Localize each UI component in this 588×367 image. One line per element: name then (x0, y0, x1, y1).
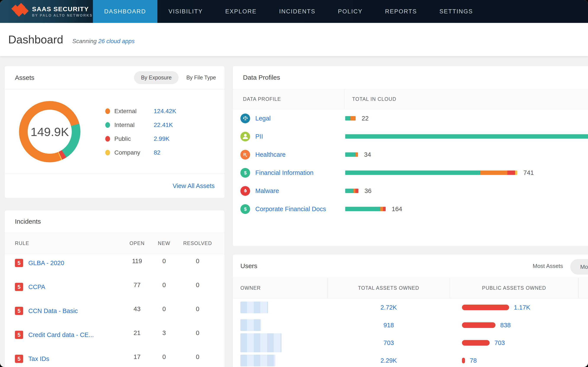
legend-value-link[interactable]: 22.41K (154, 122, 173, 128)
rule-cell: 5Tax IDs (15, 355, 124, 363)
public-assets-bar (462, 340, 490, 346)
data-profile-link[interactable]: Corporate Financial Docs (255, 206, 326, 213)
col-total-in-cloud: TOTAL IN CLOUD (344, 89, 396, 109)
rule-cell: 5GLBA - 2020 (15, 259, 124, 267)
tab-dashboard[interactable]: DASHBOARD (93, 0, 157, 23)
svg-text:$: $ (244, 170, 247, 175)
data-profiles-rows: Legal22PIIRxHealthcare34$Financial Infor… (233, 109, 588, 218)
data-profile-link[interactable]: Legal (255, 115, 271, 122)
total-in-cloud-bar (345, 207, 386, 211)
data-profile-link[interactable]: PII (255, 133, 263, 140)
rule-cell: 5CCPA (15, 283, 124, 291)
total-assets-owned-link[interactable]: 2.29K (328, 357, 450, 364)
orange-bar-segment (356, 152, 358, 157)
tab-incidents[interactable]: INCIDENTS (268, 0, 327, 23)
red-bar-segment (355, 189, 358, 193)
users-card: Users Most Assets Most OWNER TOTAL ASSET… (232, 254, 588, 367)
brand-title: SAAS SECURITY (32, 5, 93, 13)
legend-row: Public2.99K (105, 132, 176, 146)
tab-visibility[interactable]: VISIBILITY (157, 0, 214, 23)
legend-row: Internal22.41K (105, 118, 176, 132)
teal-bar-segment (345, 152, 356, 157)
open-count: 21 (124, 329, 150, 337)
legend-label: Public (114, 135, 154, 142)
incident-row: 5Tax IDs1700 (5, 350, 225, 367)
open-count: 77 (124, 282, 150, 289)
legend-value-link[interactable]: 124.42K (154, 108, 176, 115)
open-count: 43 (124, 306, 150, 313)
owner-name-blurred (240, 319, 261, 331)
public-assets-bar (462, 322, 495, 328)
incident-rule-link[interactable]: CCN Data - Basic (28, 308, 78, 315)
severity-badge: 5 (15, 331, 23, 339)
user-row: 918838 (233, 316, 588, 334)
sort-most-assets[interactable]: Most Assets (533, 263, 563, 269)
incident-rule-link[interactable]: Credit Card data - CE... (28, 331, 94, 339)
orange-dot-icon (105, 108, 110, 114)
legend-row: Company82 (105, 146, 176, 159)
brand-subtitle: BY PALO ALTO NETWORKS (32, 14, 93, 17)
teal-bar-segment (345, 171, 480, 175)
teal-bar-segment (345, 134, 588, 139)
data-profile-link[interactable]: Malware (255, 187, 279, 194)
view-all-assets-link[interactable]: View All Assets (173, 183, 215, 190)
total-in-cloud-bar (345, 171, 517, 175)
incident-rule-link[interactable]: GLBA - 2020 (28, 259, 64, 267)
red-bar-segment (383, 207, 386, 211)
cloud-apps-link[interactable]: 26 cloud apps (98, 38, 135, 44)
scanning-status: Scanning 26 cloud apps (72, 38, 134, 45)
incidents-rows: 5GLBA - 2020119005CCPA77005CCN Data - Ba… (5, 254, 225, 367)
incident-rule-link[interactable]: CCPA (28, 284, 45, 291)
incident-rule-link[interactable]: Tax IDs (28, 355, 49, 362)
assets-card: Assets By Exposure By File Type 149.9K E… (4, 66, 225, 198)
nav-tabs: DASHBOARDVISIBILITYEXPLOREINCIDENTSPOLIC… (93, 0, 588, 23)
public-assets-owned-link[interactable]: 703 (494, 339, 505, 347)
new-count: 0 (150, 306, 178, 313)
tab-settings[interactable]: SETTINGS (428, 0, 484, 23)
data-profile-link[interactable]: Healthcare (255, 151, 285, 158)
yellow-bar-segment (515, 171, 517, 175)
total-in-cloud-value: 164 (392, 206, 402, 213)
scanning-label: Scanning (72, 38, 97, 44)
data-profile-row: Malware36 (233, 182, 588, 200)
rule-cell: 5CCN Data - Basic (15, 307, 124, 315)
resolved-count: 0 (178, 353, 217, 360)
tab-explore[interactable]: EXPLORE (214, 0, 268, 23)
public-assets-owned-link[interactable]: 78 (470, 357, 477, 364)
incidents-card: Incidents RULE OPEN NEW RESOLVED 5GLBA -… (4, 210, 225, 367)
total-assets-owned-link[interactable]: 2.72K (328, 304, 450, 311)
sort-dropdown[interactable]: Most (570, 259, 588, 275)
total-assets-owned-link[interactable]: 703 (328, 339, 450, 347)
tab-policy[interactable]: POLICY (327, 0, 374, 23)
orange-bar-segment (350, 116, 356, 121)
total-in-cloud-bar (345, 116, 356, 121)
total-in-cloud-value: 22 (362, 115, 369, 122)
incident-row: 5CCPA7700 (5, 278, 225, 302)
dollar-icon: $ (240, 168, 250, 178)
tab-reports[interactable]: REPORTS (374, 0, 428, 23)
public-assets-bar (462, 305, 509, 310)
toggle-by-file-type[interactable]: By File Type (186, 75, 216, 81)
toggle-by-exposure[interactable]: By Exposure (134, 71, 179, 84)
malware-icon (240, 186, 250, 196)
open-count: 119 (124, 258, 150, 265)
total-assets-owned-link[interactable]: 918 (328, 322, 450, 329)
users-table-header: OWNER TOTAL ASSETS OWNED PUBLIC ASSETS O… (233, 278, 588, 299)
data-profile-link[interactable]: Financial Information (255, 169, 313, 176)
new-count: 0 (150, 282, 178, 289)
assets-total: 149.9K (19, 101, 80, 162)
col-resolved: RESOLVED (178, 241, 217, 246)
public-assets-owned-link[interactable]: 838 (500, 322, 510, 329)
assets-view-toggle: By Exposure By File Type (134, 71, 216, 84)
legend-row: External124.42K (105, 104, 176, 118)
public-assets-owned-link[interactable]: 1.17K (514, 304, 530, 311)
legend-value-link[interactable]: 2.99K (154, 135, 170, 142)
data-profile-row: $Financial Information741 (233, 164, 588, 182)
resolved-count: 0 (178, 258, 217, 265)
legend-value-link[interactable]: 82 (154, 149, 160, 156)
new-count: 3 (150, 329, 178, 337)
resolved-count: 0 (178, 329, 217, 337)
legend-label: Internal (114, 122, 154, 128)
incidents-table-header: RULE OPEN NEW RESOLVED (5, 233, 225, 254)
rx-icon: Rx (240, 150, 250, 159)
